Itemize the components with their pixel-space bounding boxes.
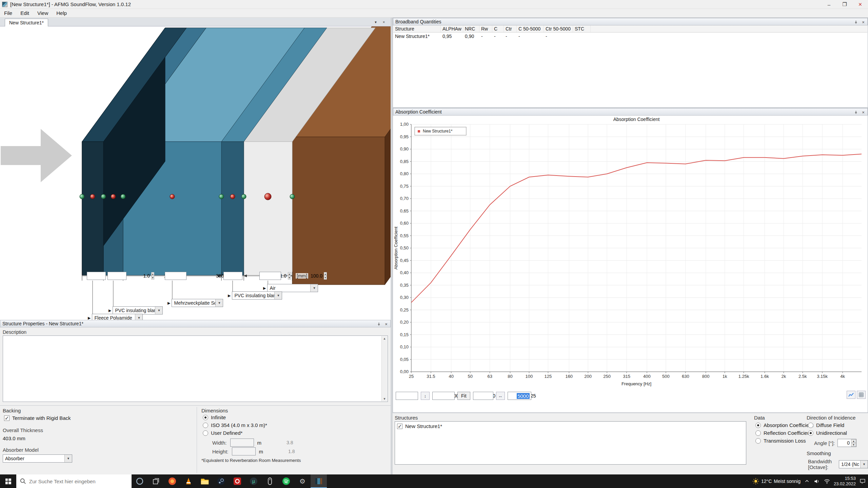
- tray-chevron-up-icon[interactable]: [804, 478, 810, 484]
- dimensions-option-iso354[interactable]: ISO 354 (4.0 m x 3.0 m)*: [203, 422, 267, 428]
- checkbox-icon[interactable]: [4, 415, 9, 421]
- menu-view[interactable]: View: [33, 10, 52, 16]
- structures-listbox[interactable]: New Structure1*: [395, 421, 746, 465]
- radio-icon[interactable]: [755, 430, 761, 436]
- pin-icon[interactable]: [853, 19, 859, 25]
- data-option-transmission[interactable]: Transmission Loss: [755, 438, 806, 444]
- tab-list-dropdown-icon[interactable]: ▾: [372, 19, 379, 25]
- terminate-rigid-back-checkbox[interactable]: Terminate with Rigid Back: [4, 415, 71, 421]
- chevron-down-icon[interactable]: ▼: [310, 284, 318, 292]
- material-combo-air[interactable]: Air▼: [267, 284, 318, 292]
- steam-icon[interactable]: [213, 474, 229, 488]
- y-min-input[interactable]: [396, 392, 418, 400]
- minimize-button[interactable]: –: [821, 0, 837, 9]
- chevron-down-icon[interactable]: ▼: [860, 461, 868, 468]
- taskbar-weather[interactable]: 12°C Meist sonnig: [752, 478, 801, 485]
- y-autoscale-icon[interactable]: ↕: [421, 392, 430, 400]
- x-autoscale-icon[interactable]: ↔: [496, 392, 505, 400]
- acrobat-icon[interactable]: [229, 474, 245, 488]
- radio-icon[interactable]: [203, 430, 208, 436]
- spin-down-icon[interactable]: ▼: [324, 276, 327, 280]
- structure-list-item[interactable]: New Structure1*: [397, 423, 442, 429]
- scroll-up-icon[interactable]: ▲: [383, 337, 386, 340]
- width-input[interactable]: [230, 439, 254, 447]
- table-view-icon[interactable]: [857, 391, 866, 399]
- panel-close-icon[interactable]: ×: [861, 109, 866, 115]
- radio-icon[interactable]: [755, 438, 761, 444]
- document-tab[interactable]: New Structure1*: [5, 19, 48, 26]
- description-textarea[interactable]: ▲▼: [3, 336, 388, 402]
- task-view-icon[interactable]: [148, 474, 164, 488]
- settings-icon[interactable]: ⚙: [294, 474, 311, 488]
- radio-icon[interactable]: [203, 423, 208, 428]
- thickness-input-fleece[interactable]: ▲▼: [87, 272, 106, 280]
- data-option-absorption[interactable]: Absorption Coefficient: [755, 422, 813, 428]
- utorrent-icon[interactable]: µ: [245, 474, 262, 488]
- spin-down-icon[interactable]: ▼: [851, 443, 856, 447]
- material-combo-pvc1[interactable]: PVC insulating blanket▼: [113, 306, 163, 314]
- radio-icon[interactable]: [203, 415, 208, 420]
- scrollbar[interactable]: ▲▼: [381, 336, 387, 401]
- spotify-icon[interactable]: [278, 474, 294, 488]
- chevron-down-icon[interactable]: ▼: [155, 307, 162, 314]
- material-combo-sonorc[interactable]: Mehrzweckplatte Sonorc▼: [172, 299, 223, 307]
- scroll-down-icon[interactable]: ▼: [383, 397, 386, 401]
- pin-icon[interactable]: [853, 109, 859, 115]
- menu-file[interactable]: File: [0, 10, 16, 16]
- thickness-input-air[interactable]: ▲▼: [259, 272, 281, 280]
- search-input[interactable]: [29, 479, 117, 484]
- chart-style-icon[interactable]: [847, 391, 855, 399]
- layer-air-front[interactable]: [244, 142, 292, 275]
- wifi-icon[interactable]: [824, 478, 830, 485]
- height-input[interactable]: [232, 447, 256, 455]
- maximize-button[interactable]: ❐: [837, 0, 852, 9]
- y-max-input[interactable]: [432, 392, 455, 400]
- thickness-input-pvc2[interactable]: ▲▼: [223, 272, 242, 280]
- absorber-model-combo[interactable]: Absorber▼: [3, 454, 72, 463]
- spin-up-icon[interactable]: ▲: [324, 272, 327, 276]
- chevron-down-icon[interactable]: ▼: [64, 455, 72, 462]
- material-combo-pvc2[interactable]: PVC insulating blanket▼: [232, 291, 282, 300]
- vlc-icon[interactable]: [180, 474, 197, 488]
- menu-edit[interactable]: Edit: [16, 10, 33, 16]
- taskbar-search[interactable]: [16, 474, 132, 488]
- x-min-input[interactable]: [473, 392, 493, 400]
- material-combo-fleece[interactable]: Fleece Polyamide▼: [92, 314, 143, 320]
- data-option-reflection[interactable]: Reflection Coefficient: [755, 430, 811, 436]
- chevron-down-icon[interactable]: ▼: [215, 299, 223, 307]
- thickness-input-sonorc[interactable]: ▲▼: [165, 272, 186, 280]
- layer-fleece-front[interactable]: [82, 142, 103, 275]
- panel-close-icon[interactable]: ×: [861, 19, 866, 25]
- angle-input[interactable]: 0 ▲▼: [837, 439, 856, 447]
- fit-button[interactable]: Fit: [457, 392, 470, 400]
- checkbox-icon[interactable]: [397, 424, 402, 429]
- radio-icon[interactable]: [755, 423, 761, 428]
- cortana-icon[interactable]: [132, 474, 148, 488]
- taskbar-clock[interactable]: 15:53 23.02.2022: [834, 476, 856, 487]
- chevron-down-icon[interactable]: ▼: [274, 292, 282, 299]
- panel-close-icon[interactable]: ×: [383, 321, 389, 327]
- thickness-input-pvc1[interactable]: ▲▼: [107, 272, 126, 280]
- action-center-icon[interactable]: [859, 478, 866, 485]
- pin-icon[interactable]: [376, 321, 381, 327]
- tab-close-icon[interactable]: ×: [380, 19, 387, 25]
- start-button[interactable]: [0, 474, 16, 488]
- radio-icon[interactable]: [808, 430, 813, 436]
- broadband-data-row[interactable]: New Structure1* 0,95 0,90 - - - - -: [393, 33, 867, 40]
- close-button[interactable]: ×: [852, 0, 868, 9]
- incidence-option-diffuse[interactable]: Diffuse Field: [808, 422, 844, 428]
- soundflow-app-icon[interactable]: [311, 474, 327, 488]
- layer-pvc2-front[interactable]: [221, 142, 244, 275]
- layer-rigidback-front[interactable]: [292, 137, 385, 285]
- dimensions-option-infinite[interactable]: Infinite: [203, 414, 226, 420]
- spin-up-icon[interactable]: ▲: [851, 439, 856, 443]
- chevron-down-icon[interactable]: ▼: [135, 314, 142, 320]
- speaker-icon[interactable]: [813, 478, 820, 485]
- dimensions-option-userdefined[interactable]: User Defined*: [203, 430, 242, 436]
- incidence-option-unidirectional[interactable]: Unidirectional: [808, 430, 847, 436]
- radio-icon[interactable]: [808, 423, 813, 428]
- file-explorer-icon[interactable]: [197, 474, 213, 488]
- x-max-input[interactable]: 5000: [508, 392, 531, 400]
- bandwidth-combo[interactable]: 1/24 (Nc▼: [839, 460, 868, 468]
- firefox-icon[interactable]: [164, 474, 180, 488]
